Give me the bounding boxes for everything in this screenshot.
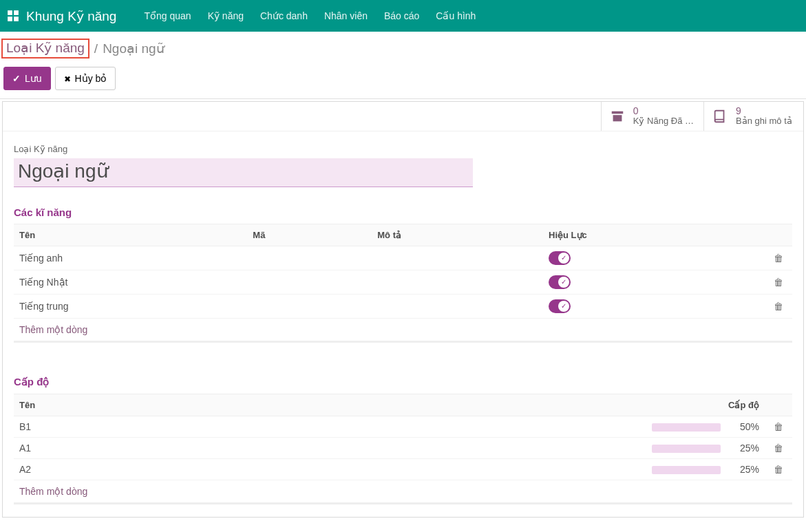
apps-icon[interactable]	[7, 10, 19, 22]
table-row[interactable]: A225%	[14, 458, 792, 480]
progress-percent: 25%	[732, 443, 759, 454]
table-row[interactable]: A125%	[14, 437, 792, 458]
svg-rect-0	[8, 10, 12, 15]
active-toggle[interactable]: ✓	[549, 275, 571, 289]
app-brand[interactable]: Khung Kỹ năng	[7, 8, 116, 24]
skill-type-input[interactable]	[14, 158, 473, 187]
cell-active: ✓	[543, 270, 765, 294]
nav-link[interactable]: Tổng quan	[144, 10, 191, 21]
app-brand-label: Khung Kỹ năng	[26, 8, 116, 24]
discard-button[interactable]: Hủy bỏ	[55, 67, 116, 90]
table-row[interactable]: Tiếng anh✓	[14, 246, 792, 270]
cell-active: ✓	[543, 294, 765, 318]
cell-level[interactable]: 25%	[586, 458, 765, 480]
cell-name[interactable]: Tiếng Nhật	[14, 270, 247, 294]
svg-rect-2	[8, 17, 12, 21]
cell-name[interactable]: Tiếng trung	[14, 294, 247, 318]
cell-desc[interactable]	[372, 294, 543, 318]
cell-active: ✓	[543, 246, 765, 270]
breadcrumb-current: Ngoại ngữ	[103, 41, 165, 56]
col-header-code[interactable]: Mã	[247, 224, 372, 246]
cell-desc[interactable]	[372, 246, 543, 270]
book-icon	[712, 109, 728, 124]
svg-rect-5	[613, 115, 622, 121]
col-header-delete	[765, 394, 792, 416]
archive-icon	[610, 109, 625, 124]
breadcrumb-bar: Loại Kỹ năng / Ngoại ngữ	[0, 32, 806, 58]
nav-link[interactable]: Cấu hình	[436, 10, 476, 21]
trash-icon[interactable]	[774, 253, 783, 264]
stat-buttons: 0 Kỹ Năng Đã … 9 Bản ghi mô tả	[3, 102, 803, 131]
stat-count: 0	[633, 106, 694, 116]
trash-icon[interactable]	[774, 421, 783, 432]
stat-desc-records[interactable]: 9 Bản ghi mô tả	[703, 102, 803, 131]
cell-name[interactable]: Tiếng anh	[14, 246, 247, 270]
cell-name[interactable]: A2	[14, 458, 586, 480]
nav-link[interactable]: Kỹ năng	[208, 10, 244, 21]
trash-icon[interactable]	[774, 301, 783, 312]
nav-link[interactable]: Nhân viên	[324, 10, 368, 21]
table-row[interactable]: Tiếng Nhật✓	[14, 270, 792, 294]
col-header-active[interactable]: Hiệu Lực	[543, 224, 765, 246]
col-header-name[interactable]: Tên	[14, 224, 247, 246]
form-sheet: 0 Kỹ Năng Đã … 9 Bản ghi mô tả Loại Kỹ n…	[2, 101, 804, 518]
section-title-skills: Các kĩ năng	[14, 206, 792, 218]
progress-percent: 50%	[732, 421, 759, 432]
top-nav: Khung Kỹ năng Tổng quanKỹ năngChức danhN…	[0, 0, 806, 32]
active-toggle[interactable]: ✓	[549, 251, 571, 265]
action-buttons: Lưu Hủy bỏ	[0, 58, 806, 98]
cell-name[interactable]: A1	[14, 437, 586, 458]
stat-label: Bản ghi mô tả	[736, 116, 792, 126]
table-row[interactable]: Tiếng trung✓	[14, 294, 792, 318]
col-header-desc[interactable]: Mô tả	[372, 224, 543, 246]
active-toggle[interactable]: ✓	[549, 299, 571, 313]
progress-percent: 25%	[732, 464, 759, 475]
breadcrumb: Loại Kỹ năng / Ngoại ngữ	[1, 39, 165, 58]
cell-code[interactable]	[247, 270, 372, 294]
col-header-name[interactable]: Tên	[14, 394, 586, 416]
trash-icon[interactable]	[774, 277, 783, 288]
breadcrumb-parent[interactable]: Loại Kỹ năng	[1, 39, 89, 58]
stat-count: 9	[736, 106, 792, 116]
col-header-delete	[765, 224, 792, 246]
nav-link[interactable]: Chức danh	[260, 10, 308, 21]
levels-table: Tên Cấp độ B150%A125%A225%	[14, 394, 792, 480]
svg-rect-4	[612, 111, 624, 114]
cell-desc[interactable]	[372, 270, 543, 294]
check-icon	[12, 73, 21, 84]
cell-level[interactable]: 25%	[586, 437, 765, 458]
skills-table: Tên Mã Mô tả Hiệu Lực Tiếng anh✓Tiếng Nh…	[14, 224, 792, 319]
trash-icon[interactable]	[774, 464, 783, 475]
cell-name[interactable]: B1	[14, 416, 586, 437]
add-line-levels[interactable]: Thêm một dòng	[14, 480, 792, 504]
breadcrumb-separator: /	[94, 41, 98, 56]
nav-link[interactable]: Báo cáo	[384, 10, 419, 21]
cell-code[interactable]	[247, 294, 372, 318]
svg-rect-1	[14, 10, 19, 15]
progress-bar	[652, 445, 721, 453]
section-title-levels: Cấp độ	[14, 376, 792, 388]
cell-level[interactable]: 50%	[586, 416, 765, 437]
col-header-level[interactable]: Cấp độ	[586, 394, 765, 416]
discard-button-label: Hủy bỏ	[75, 73, 107, 84]
table-row[interactable]: B150%	[14, 416, 792, 437]
cell-code[interactable]	[247, 246, 372, 270]
save-button-label: Lưu	[25, 73, 42, 84]
close-icon	[64, 73, 71, 84]
add-line-skills[interactable]: Thêm một dòng	[14, 319, 792, 343]
stat-skills-registered[interactable]: 0 Kỹ Năng Đã …	[601, 102, 703, 131]
progress-bar	[652, 423, 721, 432]
trash-icon[interactable]	[774, 443, 783, 454]
progress-bar	[652, 466, 721, 474]
svg-rect-3	[14, 17, 19, 21]
field-label-skill-type: Loại Kỹ năng	[14, 144, 792, 154]
save-button[interactable]: Lưu	[3, 67, 51, 90]
stat-label: Kỹ Năng Đã …	[633, 116, 694, 126]
